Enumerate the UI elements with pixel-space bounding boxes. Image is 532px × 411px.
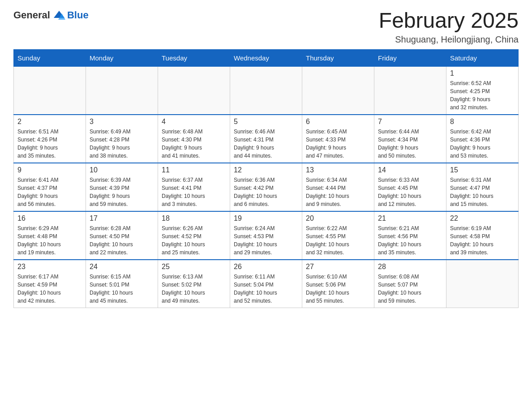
calendar-cell: 23Sunrise: 6:17 AM Sunset: 4:59 PM Dayli… (14, 260, 86, 308)
calendar-week-row: 2Sunrise: 6:51 AM Sunset: 4:26 PM Daylig… (14, 115, 519, 163)
calendar-cell: 4Sunrise: 6:48 AM Sunset: 4:30 PM Daylig… (158, 115, 230, 163)
calendar-cell: 15Sunrise: 6:31 AM Sunset: 4:47 PM Dayli… (446, 163, 519, 211)
calendar-cell: 16Sunrise: 6:29 AM Sunset: 4:48 PM Dayli… (14, 211, 86, 260)
weekday-header-thursday: Thursday (302, 49, 374, 66)
day-number: 20 (306, 214, 370, 223)
calendar-cell: 2Sunrise: 6:51 AM Sunset: 4:26 PM Daylig… (14, 115, 86, 163)
day-number: 24 (90, 263, 154, 271)
calendar-cell (86, 66, 158, 115)
day-info: Sunrise: 6:17 AM Sunset: 4:59 PM Dayligh… (17, 273, 82, 305)
day-number: 9 (17, 166, 82, 174)
day-number: 28 (378, 263, 442, 271)
day-number: 19 (234, 214, 298, 223)
day-number: 17 (90, 214, 154, 223)
day-number: 15 (450, 166, 515, 174)
day-number: 23 (17, 263, 82, 271)
logo: General Blue (13, 9, 89, 21)
page-header: General Blue February 2025 Shuguang, Hei… (13, 9, 519, 45)
calendar-cell (302, 66, 374, 115)
weekday-header-saturday: Saturday (446, 49, 519, 66)
calendar-cell: 3Sunrise: 6:49 AM Sunset: 4:28 PM Daylig… (86, 115, 158, 163)
calendar-cell (446, 260, 519, 308)
calendar-cell: 21Sunrise: 6:21 AM Sunset: 4:56 PM Dayli… (374, 211, 446, 260)
day-number: 18 (162, 214, 226, 223)
day-info: Sunrise: 6:19 AM Sunset: 4:58 PM Dayligh… (450, 224, 515, 257)
day-info: Sunrise: 6:08 AM Sunset: 5:07 PM Dayligh… (378, 273, 442, 305)
calendar-cell: 7Sunrise: 6:44 AM Sunset: 4:34 PM Daylig… (374, 115, 446, 163)
day-number: 21 (378, 214, 442, 223)
day-number: 16 (17, 214, 82, 223)
day-info: Sunrise: 6:39 AM Sunset: 4:39 PM Dayligh… (90, 176, 154, 208)
calendar-cell: 9Sunrise: 6:41 AM Sunset: 4:37 PM Daylig… (14, 163, 86, 211)
day-info: Sunrise: 6:22 AM Sunset: 4:55 PM Dayligh… (306, 224, 370, 257)
day-info: Sunrise: 6:41 AM Sunset: 4:37 PM Dayligh… (17, 176, 82, 208)
calendar-cell (158, 66, 230, 115)
day-info: Sunrise: 6:45 AM Sunset: 4:33 PM Dayligh… (306, 128, 370, 160)
day-info: Sunrise: 6:49 AM Sunset: 4:28 PM Dayligh… (90, 128, 154, 160)
calendar-cell: 5Sunrise: 6:46 AM Sunset: 4:31 PM Daylig… (230, 115, 302, 163)
day-number: 26 (234, 263, 298, 271)
day-info: Sunrise: 6:24 AM Sunset: 4:53 PM Dayligh… (234, 224, 298, 257)
day-info: Sunrise: 6:31 AM Sunset: 4:47 PM Dayligh… (450, 176, 515, 208)
calendar-week-row: 16Sunrise: 6:29 AM Sunset: 4:48 PM Dayli… (14, 211, 519, 260)
day-number: 10 (90, 166, 154, 174)
weekday-header-wednesday: Wednesday (230, 49, 302, 66)
calendar-cell: 13Sunrise: 6:34 AM Sunset: 4:44 PM Dayli… (302, 163, 374, 211)
calendar-cell: 26Sunrise: 6:11 AM Sunset: 5:04 PM Dayli… (230, 260, 302, 308)
weekday-header-row: SundayMondayTuesdayWednesdayThursdayFrid… (14, 49, 519, 66)
day-info: Sunrise: 6:42 AM Sunset: 4:36 PM Dayligh… (450, 128, 515, 160)
calendar-cell (374, 66, 446, 115)
calendar-cell: 6Sunrise: 6:45 AM Sunset: 4:33 PM Daylig… (302, 115, 374, 163)
weekday-header-sunday: Sunday (14, 49, 86, 66)
calendar-cell (230, 66, 302, 115)
calendar-cell: 10Sunrise: 6:39 AM Sunset: 4:39 PM Dayli… (86, 163, 158, 211)
day-info: Sunrise: 6:15 AM Sunset: 5:01 PM Dayligh… (90, 273, 154, 305)
logo-blue-text: Blue (67, 9, 89, 21)
day-info: Sunrise: 6:13 AM Sunset: 5:02 PM Dayligh… (162, 273, 226, 305)
day-info: Sunrise: 6:52 AM Sunset: 4:25 PM Dayligh… (450, 79, 515, 111)
calendar-cell: 28Sunrise: 6:08 AM Sunset: 5:07 PM Dayli… (374, 260, 446, 308)
calendar-cell: 19Sunrise: 6:24 AM Sunset: 4:53 PM Dayli… (230, 211, 302, 260)
calendar-week-row: 9Sunrise: 6:41 AM Sunset: 4:37 PM Daylig… (14, 163, 519, 211)
calendar-cell: 20Sunrise: 6:22 AM Sunset: 4:55 PM Dayli… (302, 211, 374, 260)
logo-icon (53, 9, 65, 21)
day-number: 12 (234, 166, 298, 174)
calendar-cell (14, 66, 86, 115)
day-info: Sunrise: 6:36 AM Sunset: 4:42 PM Dayligh… (234, 176, 298, 208)
calendar-cell: 14Sunrise: 6:33 AM Sunset: 4:45 PM Dayli… (374, 163, 446, 211)
day-info: Sunrise: 6:10 AM Sunset: 5:06 PM Dayligh… (306, 273, 370, 305)
day-number: 6 (306, 118, 370, 126)
day-number: 8 (450, 118, 515, 126)
weekday-header-monday: Monday (86, 49, 158, 66)
day-info: Sunrise: 6:37 AM Sunset: 4:41 PM Dayligh… (162, 176, 226, 208)
logo-general-text: General (13, 9, 50, 21)
calendar-cell: 24Sunrise: 6:15 AM Sunset: 5:01 PM Dayli… (86, 260, 158, 308)
day-info: Sunrise: 6:26 AM Sunset: 4:52 PM Dayligh… (162, 224, 226, 257)
calendar-cell: 1Sunrise: 6:52 AM Sunset: 4:25 PM Daylig… (446, 66, 519, 115)
month-title: February 2025 (379, 9, 519, 33)
day-number: 5 (234, 118, 298, 126)
day-info: Sunrise: 6:48 AM Sunset: 4:30 PM Dayligh… (162, 128, 226, 160)
day-info: Sunrise: 6:44 AM Sunset: 4:34 PM Dayligh… (378, 128, 442, 160)
day-number: 7 (378, 118, 442, 126)
calendar-cell: 11Sunrise: 6:37 AM Sunset: 4:41 PM Dayli… (158, 163, 230, 211)
day-info: Sunrise: 6:29 AM Sunset: 4:48 PM Dayligh… (17, 224, 82, 257)
day-info: Sunrise: 6:46 AM Sunset: 4:31 PM Dayligh… (234, 128, 298, 160)
day-number: 4 (162, 118, 226, 126)
day-number: 14 (378, 166, 442, 174)
day-number: 3 (90, 118, 154, 126)
calendar-cell: 25Sunrise: 6:13 AM Sunset: 5:02 PM Dayli… (158, 260, 230, 308)
weekday-header-friday: Friday (374, 49, 446, 66)
day-number: 27 (306, 263, 370, 271)
day-info: Sunrise: 6:51 AM Sunset: 4:26 PM Dayligh… (17, 128, 82, 160)
calendar-week-row: 1Sunrise: 6:52 AM Sunset: 4:25 PM Daylig… (14, 66, 519, 115)
day-info: Sunrise: 6:34 AM Sunset: 4:44 PM Dayligh… (306, 176, 370, 208)
day-number: 2 (17, 118, 82, 126)
day-number: 1 (450, 69, 515, 77)
day-number: 22 (450, 214, 515, 223)
calendar-table: SundayMondayTuesdayWednesdayThursdayFrid… (13, 49, 519, 308)
calendar-cell: 18Sunrise: 6:26 AM Sunset: 4:52 PM Dayli… (158, 211, 230, 260)
day-info: Sunrise: 6:28 AM Sunset: 4:50 PM Dayligh… (90, 224, 154, 257)
day-number: 25 (162, 263, 226, 271)
day-info: Sunrise: 6:21 AM Sunset: 4:56 PM Dayligh… (378, 224, 442, 257)
